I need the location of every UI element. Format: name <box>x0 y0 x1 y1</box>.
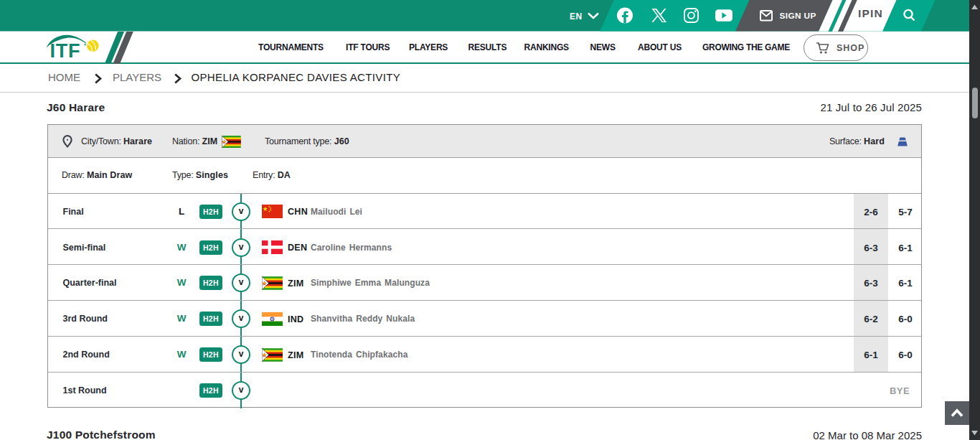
svg-text:ITF: ITF <box>50 40 81 62</box>
